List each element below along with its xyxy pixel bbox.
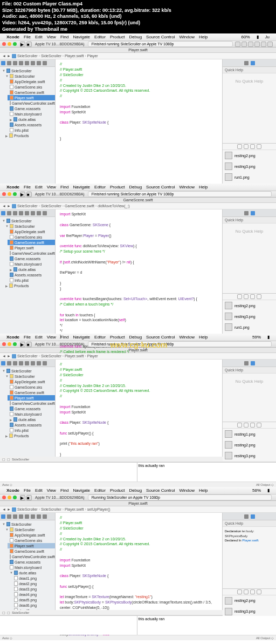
library-item[interactable]: resting3.png [223,311,276,322]
code-editor[interactable]: // // Player.swift // SideScroller // //… [56,360,222,457]
tree-file[interactable]: ▶dude.atlas [8,267,55,272]
tab-active[interactable]: Player.swift [128,501,147,505]
lib-tab-icon[interactable] [244,144,249,149]
test-nav-icon[interactable] [25,61,29,65]
tree-file[interactable]: Assets.xcassets [8,122,55,127]
jb-item[interactable]: Player.swift [65,54,84,58]
tree-file[interactable]: GameScene.swift [8,90,55,95]
tree-file[interactable]: Assets.xcassets [8,272,55,277]
jb-item[interactable]: SideScroller [17,54,38,58]
declared-link[interactable]: Player.swift [242,539,258,542]
tab-active[interactable]: GameScene.swift [123,198,153,202]
toggle-debug[interactable] [261,42,266,47]
library-item[interactable]: resting2.png [223,595,276,606]
debug-nav-icon[interactable] [31,61,35,65]
tree-file-selected[interactable]: Player.swift [8,95,55,100]
tree-file[interactable]: Main.storyboard [8,111,55,117]
close-button[interactable] [2,192,6,196]
library-item[interactable]: run1.png [223,322,276,333]
library-item[interactable]: run1.png [223,172,276,182]
jb-item[interactable]: Player [87,54,98,58]
console[interactable]: this actually ran [137,616,277,635]
menu-edit[interactable]: Edit [35,35,43,39]
variables-view[interactable] [0,616,137,635]
tree-file[interactable]: GameViewController.swift [8,100,55,106]
menu-file[interactable]: File [24,35,31,39]
minimize-button[interactable] [8,42,11,46]
tree-file-selected[interactable]: GameScene.swift [8,240,55,245]
all-output-filter[interactable]: All Output ◇ [256,483,274,486]
breadcrumb[interactable]: SideScroller [12,458,29,461]
menu-find[interactable]: Find [60,35,69,39]
minimize-button[interactable] [8,342,11,346]
zoom-button[interactable] [13,192,17,196]
console[interactable]: this actually ran [137,463,277,482]
menu-window[interactable]: Window [179,185,194,189]
run-button[interactable]: ▶ [20,495,25,500]
menu-debug[interactable]: Debug [129,35,142,39]
project-nav-icon[interactable] [1,211,5,215]
menu-window[interactable]: Window [179,35,194,39]
tree-file[interactable]: ▶dude.atlas [8,117,55,122]
tree-file[interactable]: Main.storyboard [8,261,55,267]
toggle-navigator[interactable] [254,42,260,47]
report-nav-icon[interactable] [43,61,47,65]
toggle-utilities[interactable] [267,42,273,47]
jump-bar[interactable]: ◄► SideScroller› SideScroller› Player.sw… [0,506,276,513]
menu-view[interactable]: View [47,35,56,39]
scheme-selector[interactable]: Apple TV 10…8DDD629B0A) [35,192,85,196]
close-button[interactable] [2,342,6,346]
library-item[interactable]: resting1.png [223,429,276,439]
breadcrumb[interactable]: SideScroller [12,611,29,614]
scheme-selector[interactable]: Apple TV 10…8DDD629B0A) [35,42,85,46]
project-nav-icon[interactable] [1,61,5,65]
tree-file[interactable]: GameScene.sks [8,234,55,240]
tree-file[interactable]: Game.xcassets [8,106,55,111]
library-item[interactable]: resting2.png [223,150,276,161]
library-item[interactable]: resting3.png [223,450,276,461]
menu-source-control[interactable]: Source Control [146,185,175,189]
code-editor[interactable]: // // Player.swift // SideScroller // //… [56,513,222,610]
stop-button[interactable]: ■ [26,495,32,500]
lib-tab-icon[interactable] [250,144,255,149]
run-button[interactable]: ▶ [20,192,25,197]
menu-product[interactable]: Product [110,35,125,39]
jump-bar[interactable]: ◄► SideScroller› SideScroller› GameScene… [0,203,276,209]
tree-file[interactable]: AppDelegate.swift [8,229,55,234]
stop-button[interactable]: ■ [26,42,32,47]
close-button[interactable] [2,42,6,46]
tab-active[interactable]: Player.swift [128,348,147,352]
tree-file[interactable]: Player.swift [8,245,55,250]
jb-back-icon[interactable]: ◄ [2,204,6,208]
debug-btn[interactable]: ▢ [7,457,10,461]
find-nav-icon[interactable] [13,61,17,65]
library-item[interactable]: resting3.png [223,606,276,617]
auto-filter[interactable]: Auto ◇ [2,483,12,486]
jb-back-icon[interactable]: ◄ [2,54,6,58]
zoom-button[interactable] [13,42,17,46]
tree-products[interactable]: ▶Products [3,133,55,138]
editor-mode-assistant[interactable] [242,42,247,47]
tree-project[interactable]: ▼SideScroller [0,68,55,73]
symbol-nav-icon[interactable] [7,61,11,65]
stop-button[interactable]: ■ [26,192,32,197]
issue-nav-icon[interactable] [19,61,23,65]
file-inspector-icon[interactable] [244,61,249,65]
editor-mode-version[interactable] [248,42,253,47]
quick-help-icon[interactable] [251,61,255,65]
jb-forward-icon[interactable]: ► [7,204,11,208]
menu-find[interactable]: Find [60,185,69,189]
debug-btn[interactable]: ▢ [2,457,5,461]
menu-app[interactable]: Xcode [6,35,19,39]
menu-source-control[interactable]: Source Control [146,35,175,39]
menu-view[interactable]: View [47,185,56,189]
stop-button[interactable]: ■ [26,342,32,347]
tree-file[interactable]: GameScene.sks [8,84,55,90]
tree-file[interactable]: Info.plist [8,277,55,283]
tree-file[interactable]: GameViewController.swift [8,250,55,256]
menu-product[interactable]: Product [110,185,125,189]
zoom-button[interactable] [13,342,17,346]
tree-products[interactable]: ▶Products [3,283,55,288]
close-button[interactable] [2,496,6,499]
jb-forward-icon[interactable]: ► [7,54,11,58]
